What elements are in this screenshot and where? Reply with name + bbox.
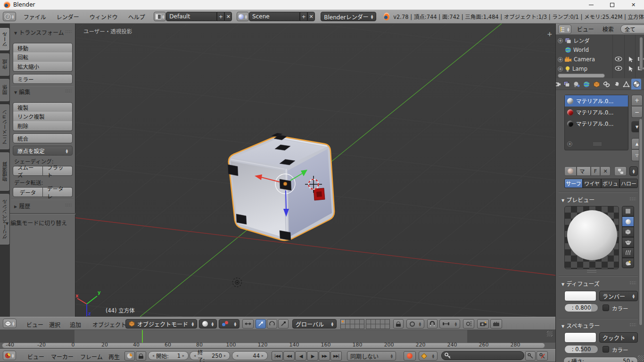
tab-world[interactable]	[582, 79, 592, 90]
timeline-ruler[interactable]: -40 -20 0 20 40 60 80 100 120 140 160 18…	[0, 330, 555, 349]
scale-button[interactable]: 拡大縮小	[13, 62, 73, 72]
manipulator-rotate-button[interactable]	[267, 319, 277, 329]
specular-shader-select[interactable]: クックト	[599, 332, 638, 343]
shade-flat-button[interactable]: フラット	[43, 166, 73, 176]
viewport-3d[interactable]: ユーザー・透視投影 (44) 立方体 x y z +	[75, 24, 555, 317]
area-resize-corner[interactable]	[638, 355, 644, 361]
preview-resize-grip[interactable]	[587, 270, 596, 272]
shade-smooth-button[interactable]: スムーズ	[13, 166, 43, 176]
panel-transform-header[interactable]: トランスフォーム	[14, 28, 64, 36]
menu-object[interactable]: オブジェクト	[92, 321, 126, 329]
insert-keyframe-button[interactable]	[525, 351, 536, 361]
panel-history-header[interactable]: 履歴	[14, 202, 30, 210]
preview-sphere-button[interactable]	[622, 216, 634, 227]
tab-physics[interactable]: 物理演算	[0, 152, 10, 191]
manipulator-scale-button[interactable]	[278, 319, 289, 329]
tab-animation[interactable]: アニメーション	[0, 104, 10, 150]
scene-icon-button[interactable]	[237, 12, 249, 21]
preview-monkey-button[interactable]	[622, 237, 634, 247]
keying-set-mode-select[interactable]	[419, 351, 438, 361]
panel-grip[interactable]	[629, 281, 636, 285]
specular-hardness-slider[interactable]: ◂硬さ: 50▸	[563, 357, 638, 362]
menu-playback[interactable]: 再生	[108, 353, 120, 361]
play-reverse-button[interactable]: ◀	[295, 351, 306, 361]
pivot-point-select[interactable]	[219, 319, 239, 329]
remove-material-slot-button[interactable]: −	[631, 107, 643, 118]
tab-tools[interactable]: ツール	[0, 27, 10, 51]
outliner-menu-view[interactable]: ビュー	[577, 25, 594, 33]
menu-marker[interactable]: マーカー	[51, 353, 74, 361]
tab-render[interactable]	[556, 79, 562, 90]
scene-name[interactable]: Scene	[249, 12, 300, 21]
list-resize-grip[interactable]	[593, 143, 602, 145]
fake-user-button[interactable]: F	[591, 166, 600, 176]
editor-type-selector-3dview[interactable]	[3, 319, 17, 328]
type-volume-button[interactable]: ボリュ	[601, 179, 619, 188]
manipulator-toggle-button[interactable]	[242, 319, 254, 329]
rotate-button[interactable]: 回転	[13, 52, 73, 62]
use-preview-range-button[interactable]	[124, 351, 135, 361]
mode-select[interactable]: オブジェクトモード	[125, 319, 197, 329]
properties-region-expand-icon[interactable]: +	[547, 30, 553, 38]
opengl-render-anim-button[interactable]	[490, 319, 502, 329]
layers-widget-left[interactable]	[340, 319, 364, 329]
tab-create[interactable]: 作成	[0, 53, 10, 76]
menu-select[interactable]: 選択	[49, 321, 60, 329]
preview-flat-button[interactable]	[622, 206, 634, 216]
browse-material-button[interactable]	[564, 166, 577, 176]
current-frame-field[interactable]: ◂44▸	[232, 351, 268, 360]
expand-icon[interactable]: +	[567, 141, 572, 147]
panel-edit-header[interactable]: 編集	[14, 88, 30, 96]
snap-element-select[interactable]	[439, 319, 460, 329]
snap-toggle-button[interactable]	[427, 319, 438, 329]
type-wire-button[interactable]: ワイヤ	[583, 179, 601, 188]
panel-grip[interactable]	[629, 197, 636, 201]
menu-add[interactable]: 追加	[70, 321, 81, 329]
active-keying-set-field[interactable]	[441, 351, 524, 360]
properties-vscrollbar[interactable]	[639, 118, 643, 326]
lock-to-scene-button[interactable]	[393, 319, 404, 329]
material-slot-item[interactable]: マテリアル.0...	[565, 118, 628, 129]
auto-keyframe-button[interactable]	[404, 351, 416, 361]
menu-help[interactable]: ヘルプ	[128, 13, 145, 21]
area-resize-corner[interactable]	[547, 331, 553, 337]
join-button[interactable]: 統合	[13, 133, 73, 143]
data-layout-button[interactable]: データレ	[43, 187, 73, 197]
jump-to-start-button[interactable]: |◀◀	[272, 351, 283, 361]
material-nodes-button[interactable]	[614, 166, 627, 176]
maximize-button[interactable]	[602, 0, 623, 9]
duplicate-button[interactable]: 複製	[13, 102, 73, 112]
render-engine-select[interactable]: Blenderレンダー	[321, 12, 376, 21]
unlink-material-button[interactable]: ✕	[600, 166, 611, 176]
jump-to-end-button[interactable]: ▶▶|	[330, 351, 342, 361]
pin-id-select[interactable]	[629, 166, 638, 176]
expand-icon[interactable]: +	[558, 66, 563, 72]
material-slot-item[interactable]: マテリアル.0...	[565, 107, 628, 118]
lamp-object[interactable]	[233, 278, 242, 287]
type-halo-button[interactable]: ハロー	[619, 179, 638, 188]
preview-world-button[interactable]	[622, 258, 634, 268]
manipulator-translate-button[interactable]	[256, 319, 266, 329]
panel-specular-header[interactable]: スペキュラー	[561, 321, 600, 329]
linked-duplicate-button[interactable]: リンク複製	[13, 112, 73, 122]
tab-object[interactable]	[592, 79, 602, 90]
add-scene-button[interactable]: +	[300, 12, 307, 21]
tab-relations[interactable]: 関係	[0, 78, 10, 102]
outliner-item-world[interactable]: World	[558, 45, 589, 55]
menu-render[interactable]: レンダー	[57, 13, 79, 21]
screen-layout-icon-button[interactable]	[154, 12, 166, 21]
panel-grip[interactable]	[65, 89, 72, 93]
tab-constraints[interactable]	[602, 79, 611, 90]
current-frame-indicator[interactable]	[142, 330, 143, 343]
expand-icon[interactable]: +	[558, 57, 563, 62]
add-material-slot-button[interactable]: +	[631, 95, 643, 106]
menu-window[interactable]: ウィンドウ	[90, 13, 118, 21]
specular-color-swatch[interactable]	[564, 332, 596, 343]
outliner-filter-select[interactable]: 全て	[620, 25, 644, 33]
material-slot-item[interactable]: マテリアル.0...	[565, 95, 628, 107]
av-sync-select[interactable]: 同期しない	[347, 351, 396, 361]
mirror-button[interactable]: ミラー	[13, 74, 73, 84]
timeline-scrollbar[interactable]	[2, 343, 545, 348]
diffuse-shader-select[interactable]: ランバー	[599, 291, 638, 301]
delete-button[interactable]: 削除	[13, 121, 73, 131]
